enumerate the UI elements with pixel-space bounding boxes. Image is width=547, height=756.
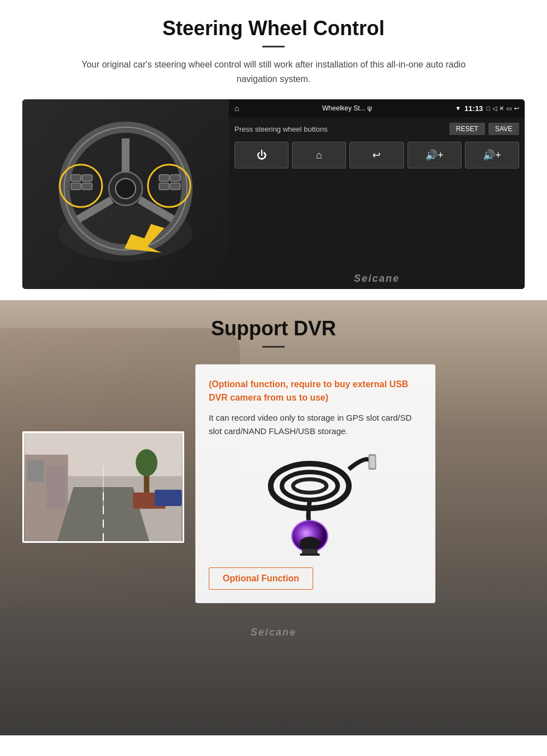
steering-wheel-graphic [47, 122, 204, 267]
svg-rect-22 [27, 460, 44, 482]
back-button[interactable]: ↩ [349, 142, 404, 168]
status-time: 11:13 [464, 104, 483, 113]
optional-badge-text: Optional Function [209, 567, 313, 590]
dvr-section: Support DVR [0, 300, 547, 735]
function-button-grid: ⏻ ⌂ ↩ 🔊+ 🔊+ [234, 142, 519, 168]
status-icons: □ ◁ ✕ ▭ ↩ [486, 105, 519, 112]
vol-up-button[interactable]: 🔊+ [407, 142, 462, 168]
svg-rect-10 [82, 175, 92, 181]
home-button[interactable]: ⌂ [292, 142, 346, 168]
android-statusbar: ⌂ Wheelkey St... ψ ▼ 11:13 □ ◁ ✕ ▭ ↩ [229, 99, 525, 117]
dvr-description: It can record video only to storage in G… [209, 411, 422, 438]
svg-rect-13 [159, 175, 169, 181]
android-ui-panel: ⌂ Wheelkey St... ψ ▼ 11:13 □ ◁ ✕ ▭ ↩ Pre… [229, 99, 525, 289]
steering-wheel-photo [22, 99, 229, 289]
svg-rect-9 [71, 183, 81, 190]
volume-icon: ◁ [492, 105, 497, 112]
svg-point-31 [282, 472, 338, 500]
dvr-layout: (Optional function, require to buy exter… [22, 364, 525, 603]
svg-rect-15 [170, 175, 180, 181]
reset-button[interactable]: RESET [449, 123, 485, 135]
camera-icon: □ [486, 105, 490, 112]
dvr-preview-image [22, 431, 184, 543]
svg-point-37 [300, 537, 320, 550]
svg-rect-39 [300, 553, 320, 556]
dvr-optional-text: (Optional function, require to buy exter… [209, 378, 422, 405]
svg-point-17 [116, 179, 136, 199]
save-button[interactable]: SAVE [488, 123, 519, 135]
back-icon: ↩ [514, 105, 519, 112]
dvr-camera-svg [254, 450, 377, 556]
steering-wheel-section: Steering Wheel Control Your original car… [0, 0, 547, 300]
dvr-title: Support DVR [22, 317, 525, 340]
wheelkey-header: Press steering wheel buttons RESET SAVE [234, 123, 519, 135]
svg-point-27 [136, 449, 157, 476]
svg-rect-11 [82, 183, 92, 190]
dvr-road-svg [24, 433, 183, 541]
dvr-title-divider [262, 346, 285, 348]
steering-description: Your original car's steering wheel contr… [78, 57, 469, 86]
seicane-watermark-steering: Seicane [229, 268, 525, 289]
svg-rect-16 [170, 183, 180, 190]
app-name-label: Wheelkey St... ψ [242, 104, 452, 112]
press-label: Press steering wheel buttons [234, 125, 328, 133]
control-buttons[interactable]: RESET SAVE [449, 123, 519, 135]
power-button[interactable]: ⏻ [234, 142, 289, 168]
android-content: Press steering wheel buttons RESET SAVE … [229, 117, 525, 268]
svg-rect-14 [159, 183, 169, 190]
dvr-camera-image [209, 447, 422, 558]
svg-rect-8 [71, 175, 81, 181]
x-icon: ✕ [499, 105, 504, 112]
wifi-icon: ▼ [455, 105, 461, 112]
svg-rect-23 [46, 465, 65, 509]
windows-icon: ▭ [506, 105, 512, 112]
steering-composite-image: ⌂ Wheelkey St... ψ ▼ 11:13 □ ◁ ✕ ▭ ↩ Pre… [22, 99, 525, 289]
dvr-info-card: (Optional function, require to buy exter… [195, 364, 435, 603]
vol-up2-button[interactable]: 🔊+ [465, 142, 519, 168]
seicane-watermark-dvr: Seicane [0, 620, 547, 645]
home-icon: ⌂ [234, 104, 239, 113]
dvr-inner-content: Support DVR [0, 300, 547, 620]
svg-point-32 [293, 479, 327, 493]
optional-function-badge: Optional Function [209, 567, 422, 590]
steering-title: Steering Wheel Control [22, 17, 525, 40]
title-divider [262, 46, 285, 47]
svg-rect-34 [370, 456, 375, 468]
svg-rect-29 [155, 490, 182, 506]
